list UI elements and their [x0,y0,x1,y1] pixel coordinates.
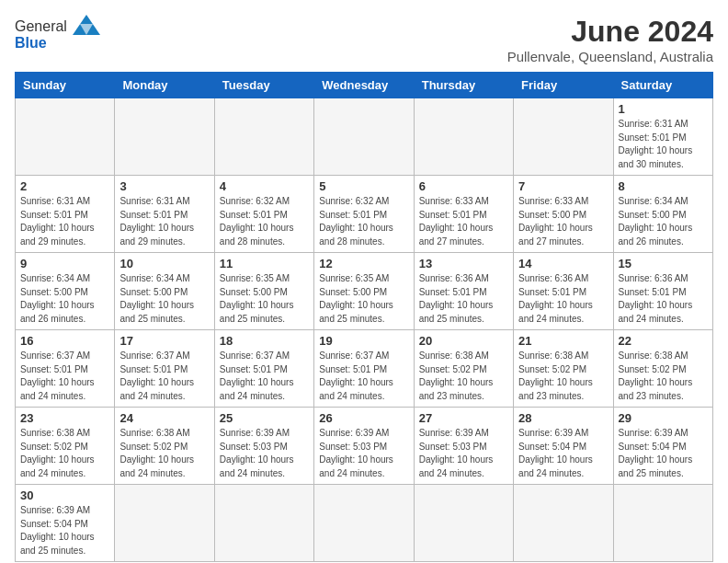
day-info: Sunrise: 6:36 AM Sunset: 5:01 PM Dayligh… [619,272,708,326]
calendar-cell [514,98,613,176]
day-number: 29 [619,411,708,425]
calendar-cell: 2Sunrise: 6:31 AM Sunset: 5:01 PM Daylig… [16,176,115,253]
calendar-cell [115,485,214,562]
day-info: Sunrise: 6:33 AM Sunset: 5:00 PM Dayligh… [518,195,608,248]
week-row-5: 30Sunrise: 6:39 AM Sunset: 5:04 PM Dayli… [16,485,713,562]
day-number: 11 [220,257,309,270]
calendar-cell: 15Sunrise: 6:36 AM Sunset: 5:01 PM Dayli… [613,253,712,330]
calendar-cell: 9Sunrise: 6:34 AM Sunset: 5:00 PM Daylig… [16,253,115,330]
calendar-cell: 22Sunrise: 6:38 AM Sunset: 5:02 PM Dayli… [613,330,712,408]
day-number: 24 [119,411,209,425]
day-number: 1 [619,102,708,116]
header-tuesday: Tuesday [214,73,313,98]
week-row-1: 2Sunrise: 6:31 AM Sunset: 5:01 PM Daylig… [16,176,713,253]
day-number: 8 [619,179,708,193]
calendar-cell [514,485,613,562]
day-number: 14 [518,257,608,270]
calendar-cell: 19Sunrise: 6:37 AM Sunset: 5:01 PM Dayli… [314,330,414,408]
day-number: 20 [419,334,508,348]
day-info: Sunrise: 6:37 AM Sunset: 5:01 PM Dayligh… [319,350,408,403]
calendar-cell: 23Sunrise: 6:38 AM Sunset: 5:02 PM Dayli… [16,408,115,485]
calendar-cell: 28Sunrise: 6:39 AM Sunset: 5:04 PM Dayli… [514,408,613,485]
calendar-cell: 21Sunrise: 6:38 AM Sunset: 5:02 PM Dayli… [514,330,613,408]
calendar-cell: 1Sunrise: 6:31 AM Sunset: 5:01 PM Daylig… [613,98,712,176]
calendar-cell [414,485,513,562]
day-number: 10 [119,257,209,270]
header-row: SundayMondayTuesdayWednesdayThursdayFrid… [16,73,713,98]
calendar-cell [613,485,712,562]
day-info: Sunrise: 6:32 AM Sunset: 5:01 PM Dayligh… [319,195,408,248]
header-wednesday: Wednesday [314,73,414,98]
day-number: 18 [220,334,309,348]
calendar-cell [214,485,313,562]
week-row-2: 9Sunrise: 6:34 AM Sunset: 5:00 PM Daylig… [16,253,713,330]
calendar-cell: 8Sunrise: 6:34 AM Sunset: 5:00 PM Daylig… [613,176,712,253]
day-number: 28 [518,411,608,425]
day-number: 17 [119,334,209,348]
day-info: Sunrise: 6:31 AM Sunset: 5:01 PM Dayligh… [619,118,708,171]
week-row-4: 23Sunrise: 6:38 AM Sunset: 5:02 PM Dayli… [16,408,713,485]
day-number: 22 [619,334,708,348]
generalblue-logo-icon [73,15,100,39]
day-number: 15 [619,257,708,270]
day-info: Sunrise: 6:39 AM Sunset: 5:04 PM Dayligh… [619,427,708,480]
calendar-cell: 3Sunrise: 6:31 AM Sunset: 5:01 PM Daylig… [115,176,214,253]
day-info: Sunrise: 6:34 AM Sunset: 5:00 PM Dayligh… [20,272,109,326]
calendar-cell: 12Sunrise: 6:35 AM Sunset: 5:00 PM Dayli… [314,253,414,330]
day-info: Sunrise: 6:38 AM Sunset: 5:02 PM Dayligh… [619,350,708,403]
day-info: Sunrise: 6:34 AM Sunset: 5:00 PM Dayligh… [619,195,708,248]
calendar-cell: 7Sunrise: 6:33 AM Sunset: 5:00 PM Daylig… [514,176,613,253]
day-number: 3 [119,179,209,193]
header: General Blue June 2024 Pullenvale, Queen… [15,15,713,64]
calendar-cell: 14Sunrise: 6:36 AM Sunset: 5:01 PM Dayli… [514,253,613,330]
day-number: 5 [319,179,408,193]
month-title: June 2024 [507,15,713,49]
calendar-cell: 24Sunrise: 6:38 AM Sunset: 5:02 PM Dayli… [115,408,214,485]
title-area: June 2024 Pullenvale, Queensland, Austra… [507,15,713,64]
week-row-3: 16Sunrise: 6:37 AM Sunset: 5:01 PM Dayli… [16,330,713,408]
week-row-0: 1Sunrise: 6:31 AM Sunset: 5:01 PM Daylig… [16,98,713,176]
calendar-cell: 13Sunrise: 6:36 AM Sunset: 5:01 PM Dayli… [414,253,513,330]
day-info: Sunrise: 6:34 AM Sunset: 5:00 PM Dayligh… [119,272,209,326]
day-number: 27 [419,411,508,425]
day-info: Sunrise: 6:37 AM Sunset: 5:01 PM Dayligh… [220,350,309,403]
calendar-cell: 18Sunrise: 6:37 AM Sunset: 5:01 PM Dayli… [214,330,313,408]
calendar-cell: 17Sunrise: 6:37 AM Sunset: 5:01 PM Dayli… [115,330,214,408]
calendar-cell: 10Sunrise: 6:34 AM Sunset: 5:00 PM Dayli… [115,253,214,330]
day-number: 25 [220,411,309,425]
day-number: 23 [20,411,109,425]
day-info: Sunrise: 6:35 AM Sunset: 5:00 PM Dayligh… [319,272,408,326]
day-number: 12 [319,257,408,270]
day-number: 13 [419,257,508,270]
calendar-cell [314,485,414,562]
header-friday: Friday [514,73,613,98]
header-thursday: Thursday [414,73,513,98]
day-number: 6 [419,179,508,193]
calendar-cell: 20Sunrise: 6:38 AM Sunset: 5:02 PM Dayli… [414,330,513,408]
header-sunday: Sunday [16,73,115,98]
day-info: Sunrise: 6:38 AM Sunset: 5:02 PM Dayligh… [419,350,508,403]
day-info: Sunrise: 6:39 AM Sunset: 5:03 PM Dayligh… [220,427,309,480]
day-info: Sunrise: 6:39 AM Sunset: 5:04 PM Dayligh… [20,504,109,557]
calendar-cell: 4Sunrise: 6:32 AM Sunset: 5:01 PM Daylig… [214,176,313,253]
day-number: 26 [319,411,408,425]
calendar-cell [115,98,214,176]
calendar-cell: 11Sunrise: 6:35 AM Sunset: 5:00 PM Dayli… [214,253,313,330]
header-saturday: Saturday [613,73,712,98]
header-monday: Monday [115,73,214,98]
day-number: 9 [20,257,109,270]
day-info: Sunrise: 6:31 AM Sunset: 5:01 PM Dayligh… [119,195,209,248]
calendar-cell: 27Sunrise: 6:39 AM Sunset: 5:03 PM Dayli… [414,408,513,485]
calendar-cell: 29Sunrise: 6:39 AM Sunset: 5:04 PM Dayli… [613,408,712,485]
day-info: Sunrise: 6:38 AM Sunset: 5:02 PM Dayligh… [518,350,608,403]
day-info: Sunrise: 6:35 AM Sunset: 5:00 PM Dayligh… [220,272,309,326]
calendar-cell: 16Sunrise: 6:37 AM Sunset: 5:01 PM Dayli… [16,330,115,408]
day-info: Sunrise: 6:39 AM Sunset: 5:03 PM Dayligh… [419,427,508,480]
day-info: Sunrise: 6:36 AM Sunset: 5:01 PM Dayligh… [419,272,508,326]
day-number: 16 [20,334,109,348]
day-number: 19 [319,334,408,348]
calendar-cell [314,98,414,176]
day-number: 4 [220,179,309,193]
day-info: Sunrise: 6:38 AM Sunset: 5:02 PM Dayligh… [20,427,109,480]
day-info: Sunrise: 6:31 AM Sunset: 5:01 PM Dayligh… [20,195,109,248]
